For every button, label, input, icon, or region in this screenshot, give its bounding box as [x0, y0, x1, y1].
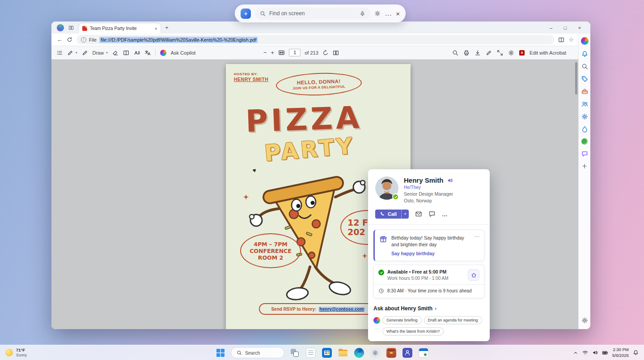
new-tab-button[interactable]: +	[165, 24, 169, 31]
page-layout-icon[interactable]	[123, 50, 129, 56]
notepad-icon	[306, 348, 316, 358]
table-of-contents-icon[interactable]	[56, 50, 63, 56]
teams-button[interactable]	[402, 347, 413, 359]
tab-close-icon[interactable]: ×	[155, 26, 157, 31]
people-icon[interactable]	[581, 101, 588, 107]
draw-dropdown-icon[interactable]: ▾	[106, 51, 108, 55]
taskbar-search-box[interactable]: Search	[231, 347, 284, 358]
fullscreen-icon[interactable]	[497, 50, 503, 56]
find-more-icon[interactable]: …	[385, 9, 392, 17]
sidebar-copilot-icon[interactable]	[581, 37, 589, 45]
page-view-icon[interactable]	[333, 50, 339, 56]
workspaces-icon[interactable]	[68, 25, 74, 30]
edge-browser-window: Team Pizza Party Invite × + – □ × ← i Fi…	[51, 21, 590, 329]
task-view-button[interactable]	[289, 347, 301, 359]
print-icon[interactable]	[463, 50, 470, 56]
notifications-bell-icon[interactable]	[581, 51, 588, 57]
rsvp-email-link[interactable]: henry@contoso.com	[318, 307, 364, 312]
ask-copilot-button[interactable]: Ask Copilot	[171, 50, 196, 56]
browser-profile-avatar[interactable]	[57, 24, 64, 31]
url-text[interactable]: file:///D:/PDF/sample%20pdf/William%20Sa…	[99, 37, 258, 43]
email-icon[interactable]	[415, 210, 422, 218]
save-icon[interactable]	[475, 50, 481, 56]
battery-icon[interactable]	[602, 350, 608, 356]
translate-icon[interactable]	[144, 50, 151, 56]
find-close-icon[interactable]: ×	[396, 10, 400, 17]
zoom-in-icon[interactable]: +	[271, 49, 275, 56]
say-happy-birthday-link[interactable]: Say happy birthday	[391, 251, 467, 256]
fit-to-width-icon[interactable]	[278, 49, 285, 56]
start-button[interactable]	[215, 347, 226, 359]
rotate-icon[interactable]	[322, 50, 329, 56]
tab-team-pizza-party-invite[interactable]: Team Pizza Party Invite ×	[79, 23, 161, 34]
draw-button[interactable]: Draw	[93, 50, 104, 56]
microphone-icon[interactable]	[360, 11, 365, 17]
profile-more-icon[interactable]: …	[442, 211, 448, 218]
split-screen-icon[interactable]	[558, 37, 564, 43]
notification-bell-icon[interactable]	[633, 350, 639, 356]
zoom-out-icon[interactable]: −	[263, 49, 267, 56]
taskbar-clock[interactable]: 2:30 PM 5/6/2025	[612, 347, 629, 358]
edge-button[interactable]	[353, 347, 365, 359]
find-on-screen-input[interactable]: Find on screen	[255, 8, 370, 19]
tools-toolbox-icon[interactable]	[581, 88, 588, 95]
sidebar-settings-gear-icon[interactable]	[581, 317, 588, 324]
edit-with-acrobat-button[interactable]: Edit with Acrobat	[530, 50, 566, 56]
chat-icon[interactable]	[428, 210, 436, 218]
apps-gear-icon[interactable]	[581, 113, 588, 120]
copilot-icon[interactable]	[160, 50, 166, 56]
clock-time: 2:30 PM	[612, 347, 629, 352]
page-number-input[interactable]	[289, 49, 301, 56]
find-on-screen-icon[interactable]: +	[241, 9, 251, 19]
search-document-icon[interactable]	[452, 50, 458, 56]
sidebar-search-icon[interactable]	[581, 63, 588, 70]
settings-button[interactable]	[369, 347, 381, 359]
call-options-icon[interactable]: ▾	[401, 210, 409, 219]
calendar-button[interactable]	[418, 347, 429, 359]
messenger-icon[interactable]	[581, 150, 588, 157]
minimize-button[interactable]: –	[544, 21, 558, 34]
pronounce-name-speaker-icon[interactable]	[447, 177, 453, 184]
eraser-icon[interactable]	[112, 50, 119, 56]
green-circle-icon[interactable]	[581, 138, 588, 145]
close-window-button[interactable]: ×	[572, 21, 587, 34]
refresh-icon[interactable]	[67, 37, 72, 43]
add-sidebar-item-icon[interactable]	[581, 163, 588, 169]
pen-tool-icon[interactable]	[67, 50, 73, 56]
ask-about-header[interactable]: Ask about Henry Smith ›	[373, 305, 484, 312]
tray-chevron-up-icon[interactable]	[573, 350, 578, 356]
favorites-star-icon[interactable]: ☆	[568, 36, 574, 43]
store-button[interactable]	[321, 347, 333, 359]
suggestion-chip-draft-agenda[interactable]: Draft an agenda for meeting	[424, 316, 482, 324]
acrobat-icon: A	[519, 50, 525, 56]
read-aloud-icon[interactable]	[134, 50, 140, 56]
annotate-icon[interactable]	[486, 50, 492, 56]
weather-widget[interactable]: 71°F Sunny	[5, 347, 27, 358]
volume-icon[interactable]	[592, 350, 598, 356]
droplet-icon[interactable]	[581, 126, 588, 133]
birthday-more-icon[interactable]: …	[474, 232, 480, 238]
highlighter-icon[interactable]	[82, 50, 88, 56]
poster-hosted-by: HOSTED BY: HENRY SMITH	[234, 72, 268, 82]
find-settings-gear-icon[interactable]	[374, 10, 381, 17]
page-info-icon[interactable]: i	[81, 37, 86, 43]
pdf-settings-gear-icon[interactable]	[508, 50, 514, 56]
file-explorer-button[interactable]	[337, 347, 349, 359]
back-button[interactable]: ←	[57, 37, 63, 43]
pdf-scrollbar[interactable]	[575, 62, 577, 94]
ask-about-section: Ask about Henry Smith › Generate briefin…	[368, 303, 490, 341]
page-count-label: of 213	[305, 50, 318, 56]
wifi-icon[interactable]	[582, 350, 588, 356]
notepad-button[interactable]	[305, 347, 317, 359]
shopping-tag-icon[interactable]	[581, 76, 588, 82]
maximize-button[interactable]: □	[558, 21, 572, 34]
clock-date: 5/6/2025	[612, 353, 629, 358]
url-field[interactable]: i File file:///D:/PDF/sample%20pdf/Willi…	[76, 35, 554, 44]
pen-dropdown-icon[interactable]: ▾	[76, 51, 77, 55]
suggestion-chip-generate-briefing[interactable]: Generate briefing	[382, 316, 422, 324]
suggestion-chip-latest-from-kristin[interactable]: What's the latest from Kristin?	[382, 327, 444, 335]
work-from-home-button[interactable]	[468, 269, 479, 281]
avatar[interactable]	[375, 176, 398, 200]
call-button[interactable]: Call	[375, 210, 401, 219]
toolbox-button[interactable]	[386, 347, 397, 359]
